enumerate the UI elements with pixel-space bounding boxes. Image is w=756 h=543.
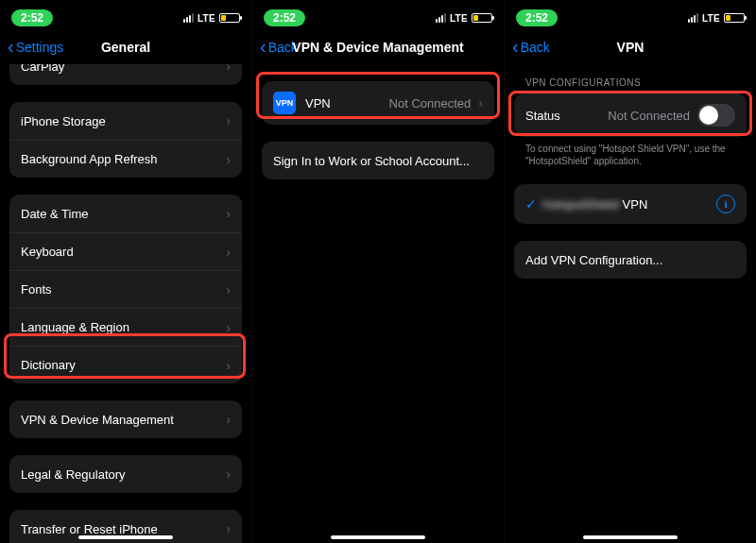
home-indicator[interactable] — [583, 535, 678, 539]
row-keyboard[interactable]: Keyboard› — [9, 232, 242, 270]
vpn-status-value: Not Connected — [389, 96, 472, 110]
chevron-right-icon: › — [478, 95, 483, 110]
row-dictionary[interactable]: Dictionary› — [9, 346, 242, 383]
row-vpn-device-management[interactable]: VPN & Device Management › — [9, 400, 242, 438]
row-add-vpn-config[interactable]: Add VPN Configuration... — [514, 241, 747, 279]
back-label: Back — [268, 40, 298, 55]
status-toggle[interactable] — [697, 104, 735, 127]
time-pill: 2:52 — [11, 9, 53, 26]
home-indicator[interactable] — [331, 535, 425, 539]
back-label: Back — [521, 40, 550, 55]
list-group: iPhone Storage › Background App Refresh … — [9, 102, 242, 178]
row-date-time[interactable]: Date & Time› — [9, 195, 242, 232]
row-iphone-storage[interactable]: iPhone Storage › — [9, 102, 242, 140]
battery-icon — [724, 13, 745, 23]
row-fonts[interactable]: Fonts› — [9, 270, 242, 308]
status-bar: 2:52 LTE — [252, 6, 504, 30]
row-background-app-refresh[interactable]: Background App Refresh › — [9, 140, 242, 178]
chevron-right-icon: › — [226, 521, 231, 536]
list-group: Date & Time› Keyboard› Fonts› Language &… — [9, 195, 242, 383]
list-group: CarPlay › — [9, 64, 242, 85]
chevron-right-icon: › — [226, 412, 231, 427]
battery-icon — [472, 13, 492, 23]
vpn-icon: VPN — [273, 92, 296, 114]
chevron-right-icon: › — [226, 358, 231, 373]
chevron-right-icon: › — [226, 467, 231, 482]
config-name-hidden: HotspotShield — [542, 197, 619, 212]
signal-icon — [688, 13, 698, 23]
time-pill: 2:52 — [264, 9, 305, 26]
chevron-right-icon: › — [226, 245, 231, 260]
list-group: VPN VPN Not Connected › — [262, 81, 494, 125]
chevron-right-icon: › — [226, 113, 231, 128]
chevron-right-icon: › — [226, 64, 231, 74]
back-button[interactable]: ‹ Back — [260, 38, 298, 57]
list-group: Add VPN Configuration... — [514, 241, 747, 279]
list-group: Sign In to Work or School Account... — [262, 142, 494, 179]
info-icon[interactable]: i — [716, 195, 735, 213]
config-name-suffix: VPN — [623, 197, 648, 212]
chevron-right-icon: › — [226, 282, 231, 297]
signal-icon — [183, 13, 194, 23]
list-group: ✓ HotspotShield VPN i — [514, 184, 747, 224]
chevron-left-icon: ‹ — [512, 37, 519, 56]
status-bar: 2:52 LTE — [0, 6, 251, 30]
checkmark-icon: ✓ — [525, 196, 542, 212]
navbar: ‹ Back VPN — [505, 30, 756, 64]
back-button[interactable]: ‹ Settings — [8, 38, 63, 57]
list-group: VPN & Device Management › — [9, 400, 242, 438]
chevron-right-icon: › — [226, 206, 231, 221]
row-language-region[interactable]: Language & Region› — [9, 308, 242, 346]
network-label: LTE — [450, 13, 468, 24]
network-label: LTE — [702, 13, 720, 24]
list-group: Legal & Regulatory › — [9, 455, 242, 493]
status-bar: 2:52 LTE — [505, 6, 756, 30]
row-carplay[interactable]: CarPlay › — [9, 64, 242, 85]
home-indicator[interactable] — [78, 535, 173, 539]
signal-icon — [436, 13, 446, 23]
status-value: Not Connected — [608, 109, 690, 123]
chevron-left-icon: ‹ — [260, 37, 266, 56]
row-sign-in-work-school[interactable]: Sign In to Work or School Account... — [262, 142, 494, 179]
vpn-screen: 2:52 LTE ‹ Back VPN VPN CONFIGURATIONS S… — [505, 0, 756, 543]
row-legal-regulatory[interactable]: Legal & Regulatory › — [9, 455, 242, 493]
chevron-right-icon: › — [226, 320, 231, 335]
general-settings-screen: 2:52 LTE ‹ Settings General CarPlay › — [0, 0, 252, 543]
footnote: To connect using "Hotspot Shield VPN", u… — [510, 137, 750, 167]
list-group: Status Not Connected — [514, 93, 747, 137]
chevron-left-icon: ‹ — [8, 37, 14, 56]
vpn-device-management-screen: 2:52 LTE ‹ Back VPN & Device Management … — [252, 0, 505, 543]
chevron-right-icon: › — [226, 152, 231, 167]
row-vpn-status: Status Not Connected — [514, 93, 747, 137]
row-vpn-config[interactable]: ✓ HotspotShield VPN i — [514, 184, 747, 224]
battery-icon — [219, 13, 240, 23]
time-pill: 2:52 — [516, 9, 558, 26]
navbar: ‹ Settings General — [0, 30, 251, 64]
network-label: LTE — [198, 13, 215, 24]
section-header: VPN CONFIGURATIONS — [510, 64, 750, 92]
back-button[interactable]: ‹ Back — [512, 38, 550, 57]
row-vpn[interactable]: VPN VPN Not Connected › — [262, 81, 494, 125]
navbar: ‹ Back VPN & Device Management — [252, 30, 504, 64]
back-label: Settings — [16, 40, 64, 55]
